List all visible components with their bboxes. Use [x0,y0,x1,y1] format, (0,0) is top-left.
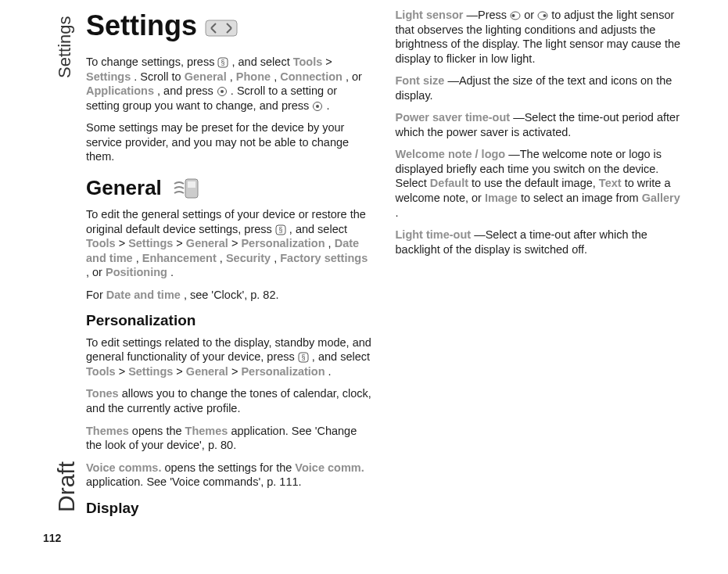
term-text: Text [599,177,622,189]
general-icon [170,176,203,201]
term-general: General [185,70,227,83]
page-title: Settings [86,8,372,44]
term-themes-app: Themes [185,425,228,437]
term-general: General [186,365,228,378]
general-paragraph: To edit the general settings of your dev… [86,207,372,280]
light-timeout-paragraph: Light time-out —Select a time-out after … [396,228,682,257]
personalization-paragraph: To edit settings related to the display,… [86,335,372,379]
heading-general-text: General [86,175,162,201]
term-welcome-note-logo: Welcome note / logo [396,148,506,160]
term-tools: Tools [293,56,323,68]
term-tools: Tools [86,365,116,378]
term-image: Image [485,192,518,204]
term-gallery: Gallery [642,192,680,204]
voice-comms-paragraph: Voice comms. opens the settings for the … [86,461,372,490]
settings-icon [205,13,238,38]
term-connection: Connection [280,70,342,83]
svg-point-4 [221,90,224,93]
svg-text:§: § [301,353,305,361]
term-power-saver-timeout: Power saver time-out [396,111,511,124]
term-date-and-time: Date and time [106,289,181,301]
term-personalization: Personalization [241,237,325,249]
term-font-size: Font size [396,74,445,87]
term-factory-settings: Factory settings [280,252,368,264]
term-settings: Settings [128,237,173,249]
select-key-icon [217,86,228,97]
preset-note: Some settings may be preset for the devi… [86,120,372,164]
svg-text:§: § [221,59,225,66]
page-title-text: Settings [86,8,197,44]
term-light-timeout: Light time-out [396,228,472,241]
themes-paragraph: Themes opens the Themes application. See… [86,424,372,453]
welcome-note-paragraph: Welcome note / logo —The welcome note or… [396,147,682,220]
term-light-sensor: Light sensor [396,9,464,21]
term-voice-comm-app: Voice comm. [295,461,364,474]
term-themes: Themes [86,425,129,437]
menu-key-icon: § [275,224,286,235]
heading-personalization: Personalization [86,311,372,330]
intro-paragraph: To change settings, press § , and select… [86,55,372,113]
page-number: 112 [43,532,61,544]
term-settings: Settings [128,365,173,378]
svg-point-6 [316,105,319,108]
svg-point-16 [543,14,547,17]
term-voice-comms: Voice comms. [86,461,161,474]
term-general: General [186,237,228,249]
term-enhancement: Enhancement [142,252,217,264]
svg-rect-0 [206,20,237,36]
power-saver-paragraph: Power saver time-out —Select the time-ou… [396,110,682,139]
menu-key-icon: § [217,57,228,68]
term-positioning: Positioning [106,266,167,278]
svg-point-14 [512,14,515,17]
menu-key-icon: § [298,352,309,363]
light-sensor-paragraph: Light sensor —Press or to adjust the lig… [396,8,682,66]
heading-general: General [86,175,372,201]
term-security: Security [226,252,271,264]
tones-paragraph: Tones allows you to change the tones of … [86,386,372,415]
section-tab-label: Settings [55,16,75,79]
term-default: Default [430,177,468,189]
font-size-paragraph: Font size —Adjust the size of the text a… [396,74,682,102]
page-content: Settings To change settings, press § , a… [86,8,681,551]
svg-rect-8 [188,181,195,188]
term-applications: Applications [86,84,154,97]
term-settings: Settings [86,70,131,83]
scroll-left-icon [510,10,521,21]
term-tones: Tones [86,387,119,400]
scroll-right-icon [537,10,548,21]
select-key-icon [312,101,323,112]
left-margin-rail: Settings Draft [39,0,70,574]
heading-display: Display [86,499,372,518]
clock-crossref: For Date and time , see 'Clock', p. 82. [86,288,372,303]
term-personalization: Personalization [241,365,325,378]
draft-watermark: Draft [53,461,80,512]
svg-text:§: § [278,226,282,234]
term-phone: Phone [236,70,271,83]
term-tools: Tools [86,237,116,249]
